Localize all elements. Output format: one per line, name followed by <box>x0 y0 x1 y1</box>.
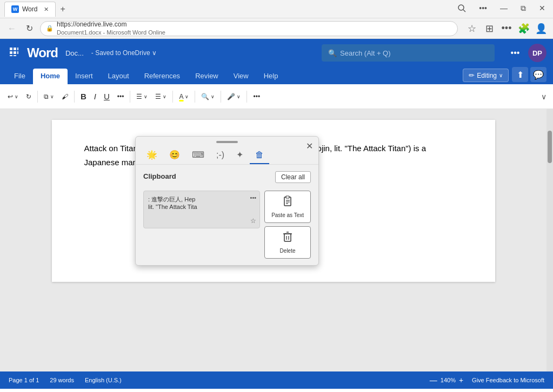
separator-1 <box>37 91 38 103</box>
toolbar-expand-btn[interactable]: ∨ <box>539 90 549 103</box>
feedback-btn[interactable]: Give Feedback to Microsoft <box>472 377 544 383</box>
delete-btn[interactable]: Delete <box>264 226 311 259</box>
tab-references[interactable]: References <box>137 69 188 84</box>
nav-buttons: ← ↻ <box>4 21 37 36</box>
header-more-btn[interactable]: ••• <box>507 44 524 62</box>
underline-btn[interactable]: U <box>101 88 113 105</box>
tab-insert[interactable]: Insert <box>68 69 101 84</box>
format-painter-icon: 🖌 <box>62 93 68 100</box>
separator-5 <box>195 91 195 103</box>
emoji-tabs: 🌟 😊 ⌨ ;-) ✦ 🗑 <box>136 146 318 165</box>
preview-line2: lit. "The Attack Tita <box>148 204 255 210</box>
back-btn[interactable]: ← <box>4 21 19 36</box>
clear-all-btn[interactable]: Clear all <box>275 171 311 183</box>
more-tools-btn[interactable]: ••• <box>250 88 263 105</box>
maximize-btn[interactable]: ⧉ <box>517 3 529 15</box>
header-extras: ••• DP <box>507 44 547 62</box>
emoji-tab-emoji[interactable]: 😊 <box>164 146 185 164</box>
tab-title: Word <box>22 5 37 13</box>
minimize-btn[interactable]: — <box>497 3 511 15</box>
word-search[interactable]: 🔍 Search (Alt + Q) <box>322 44 495 62</box>
saved-status[interactable]: - Saved to OneDrive ∨ <box>91 49 157 57</box>
separator-6 <box>221 91 221 103</box>
italic-btn[interactable]: I <box>91 88 99 105</box>
clipboard-items: : 進撃の巨人, Hep lit. "The Attack Tita ••• ☆ <box>143 191 311 259</box>
scrollbar-thumb[interactable] <box>548 131 552 163</box>
clipboard-text-preview[interactable]: : 進撃の巨人, Hep lit. "The Attack Tita ••• ☆ <box>143 191 260 228</box>
scrollbar[interactable] <box>547 109 553 371</box>
browser-extra-buttons: ☆ ⊞ ••• 🧩 👤 <box>464 21 549 36</box>
collections-btn[interactable]: ⊞ <box>482 21 497 36</box>
undo-btn[interactable]: ↩ ∨ <box>4 88 22 105</box>
tab-review[interactable]: Review <box>188 69 226 84</box>
tab-home[interactable]: Home <box>33 69 68 84</box>
star-btn[interactable]: ☆ <box>464 21 479 36</box>
more-options-icon[interactable]: ••• <box>250 194 257 201</box>
svg-rect-2 <box>10 48 12 50</box>
paste-as-text-label: Paste as Text <box>271 212 304 218</box>
refresh-btn[interactable]: ↻ <box>22 21 37 36</box>
language: English (U.S.) <box>85 377 122 383</box>
waffle-icon[interactable] <box>6 44 22 62</box>
zoom-minus-btn[interactable]: — <box>430 376 437 384</box>
share-btn[interactable]: ⬆ <box>512 67 528 82</box>
popup-close-btn[interactable]: ✕ <box>306 141 313 151</box>
dictate-chevron: ∨ <box>237 94 241 99</box>
star-icon[interactable]: ☆ <box>250 217 256 225</box>
emoji-tab-kaomoji[interactable]: ;-) <box>211 147 230 164</box>
emoji-tab-special[interactable]: ✦ <box>231 146 249 164</box>
paste-as-text-btn[interactable]: Paste as Text <box>264 191 311 223</box>
svg-line-1 <box>463 10 465 12</box>
address-box[interactable]: 🔒 https://onedrive.live.com Document1.do… <box>40 21 458 36</box>
document-area: Attack on Titan (Japanese: 進撃の巨人, Hepbur… <box>0 109 553 371</box>
new-tab-btn[interactable]: + <box>60 4 65 14</box>
highlight-btn[interactable]: A ∨ <box>176 88 192 105</box>
separator-4 <box>172 91 173 103</box>
find-icon: 🔍 <box>201 93 209 100</box>
tab-help[interactable]: Help <box>256 69 286 84</box>
user-avatar[interactable]: DP <box>528 44 547 62</box>
emoji-tab-symbols[interactable]: ⌨ <box>186 146 210 164</box>
comment-btn[interactable]: 💬 <box>530 67 547 82</box>
bold-btn[interactable]: B <box>77 88 90 105</box>
zoom-plus-btn[interactable]: + <box>459 376 463 384</box>
clipboard-label: Clipboard <box>143 172 176 180</box>
address-subtitle: Document1.docx - Microsoft Word Online <box>57 29 165 36</box>
delete-label: Delete <box>280 248 296 254</box>
doc-name[interactable]: Doc... <box>65 49 84 57</box>
redo-btn[interactable]: ↻ <box>23 88 35 105</box>
svg-rect-5 <box>10 51 12 54</box>
more-formatting-btn[interactable]: ••• <box>114 88 128 105</box>
find-chevron: ∨ <box>211 94 215 99</box>
format-painter-btn[interactable]: 🖌 <box>58 88 71 105</box>
search-placeholder: Search (Alt + Q) <box>340 49 488 57</box>
profile-btn[interactable]: 👤 <box>534 21 549 36</box>
undo-chevron: ∨ <box>15 94 18 99</box>
browser-tab[interactable]: W Word ✕ <box>4 2 56 17</box>
align-icon: ☰ <box>155 93 161 100</box>
emoji-tab-clipboard[interactable]: 🗑 <box>250 147 269 164</box>
find-btn[interactable]: 🔍 ∨ <box>198 88 218 105</box>
browser-more-btn[interactable]: ••• <box>476 3 490 15</box>
clipboard-btn[interactable]: ⧉ ∨ <box>41 88 57 105</box>
tab-view[interactable]: View <box>226 69 256 84</box>
page-info: Page 1 of 1 <box>9 377 39 383</box>
drag-handle[interactable] <box>216 141 238 143</box>
emoji-tab-starred[interactable]: 🌟 <box>141 146 163 164</box>
dictate-btn[interactable]: 🎤 ∨ <box>224 88 244 105</box>
status-bar-right: — 140% + Give Feedback to Microsoft <box>430 376 544 384</box>
word-logo: Word <box>27 45 58 60</box>
editing-mode-btn[interactable]: ✏ Editing ∨ <box>463 69 509 82</box>
close-btn[interactable]: ✕ <box>536 3 549 15</box>
list-icon: ☰ <box>136 93 142 100</box>
extensions-btn[interactable]: 🧩 <box>516 21 531 36</box>
emoji-content: Clipboard Clear all : 進撃の巨人, Hep lit. "T… <box>136 165 318 265</box>
tab-layout[interactable]: Layout <box>101 69 137 84</box>
tab-file[interactable]: File <box>6 69 33 84</box>
zoom-btn[interactable] <box>454 3 469 15</box>
clipboard-icon: ⧉ <box>44 93 49 100</box>
align-btn[interactable]: ☰ ∨ <box>152 88 170 105</box>
list-btn[interactable]: ☰ ∨ <box>133 88 151 105</box>
more-tools-btn[interactable]: ••• <box>499 21 514 36</box>
tab-close-icon[interactable]: ✕ <box>44 6 49 13</box>
